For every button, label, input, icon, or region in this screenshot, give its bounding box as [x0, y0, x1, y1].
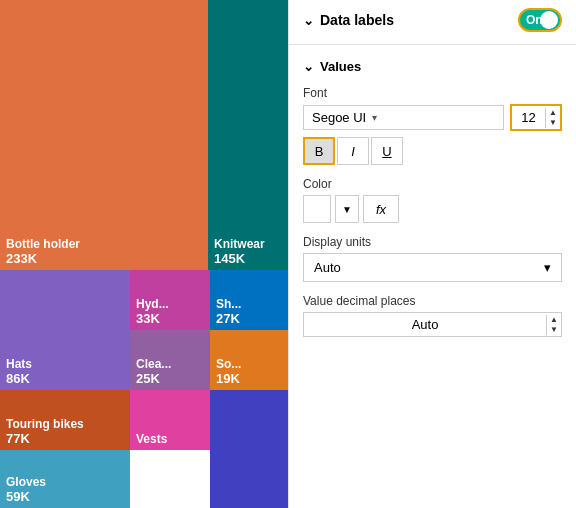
tile-value-hydration: 33K [136, 311, 204, 326]
tile-label-hydration: Hyd... [136, 297, 204, 311]
data-labels-header[interactable]: ⌄ Data labels On [289, 0, 576, 40]
color-field-group: Color ▼ fx [289, 171, 576, 229]
section-title: Data labels [320, 12, 394, 28]
tile-value-cleaning: 25K [136, 371, 204, 386]
font-dropdown-row: Segoe UI ▾ 12 ▲ ▼ [303, 104, 562, 131]
decimal-places-label: Value decimal places [303, 294, 562, 308]
tile-value-bottle-holder: 233K [6, 251, 202, 266]
tile-value-touring-bikes: 77K [6, 431, 124, 446]
header-left: ⌄ Data labels [303, 12, 394, 28]
tile-value-knitwear: 145K [214, 251, 282, 266]
color-fx-button[interactable]: fx [363, 195, 399, 223]
display-units-label: Display units [303, 235, 562, 249]
treemap-tile-touring-bikes: Touring bikes77K [0, 390, 130, 450]
tile-value-socks: 19K [216, 371, 282, 386]
settings-panel: ⌄ Data labels On ⌄ Values Font Segoe UI … [288, 0, 576, 508]
treemap-tile-gloves: Gloves59K [0, 450, 130, 508]
display-units-field-group: Display units Auto ▾ [289, 229, 576, 288]
values-chevron: ⌄ [303, 59, 314, 74]
treemap-tile-hats: Hats86K [0, 270, 130, 390]
treemap-tile-shorts: Sh...27K [210, 270, 288, 330]
treemap-tile-socks: So...19K [210, 330, 288, 390]
divider-1 [289, 44, 576, 45]
decimal-down[interactable]: ▼ [547, 325, 561, 335]
display-units-dropdown[interactable]: Auto ▾ [303, 253, 562, 282]
values-title: Values [320, 59, 361, 74]
data-labels-chevron: ⌄ [303, 13, 314, 28]
font-size-down[interactable]: ▼ [546, 118, 560, 128]
color-swatch[interactable] [303, 195, 331, 223]
decimal-places-input[interactable]: Auto ▲ ▼ [303, 312, 562, 337]
treemap-tile-bottle-holder: Bottle holder233K [0, 0, 208, 270]
toggle-knob [540, 11, 558, 29]
underline-button[interactable]: U [371, 137, 403, 165]
font-size-spinners: ▲ ▼ [545, 108, 560, 128]
color-dropdown-button[interactable]: ▼ [335, 195, 359, 223]
italic-button[interactable]: I [337, 137, 369, 165]
tile-label-hats: Hats [6, 357, 124, 371]
tile-label-socks: So... [216, 357, 282, 371]
tile-value-gloves: 59K [6, 489, 124, 504]
tile-label-gloves: Gloves [6, 475, 124, 489]
font-label: Font [303, 86, 562, 100]
tile-label-shorts: Sh... [216, 297, 282, 311]
tile-label-knitwear: Knitwear [214, 237, 282, 251]
tile-label-cleaning: Clea... [136, 357, 204, 371]
tile-label-touring-bikes: Touring bikes [6, 417, 124, 431]
font-size-up[interactable]: ▲ [546, 108, 560, 118]
color-row: ▼ fx [303, 195, 562, 223]
bold-button[interactable]: B [303, 137, 335, 165]
color-chevron-icon: ▼ [342, 204, 352, 215]
tile-label-bottle-holder: Bottle holder [6, 237, 202, 251]
color-label: Color [303, 177, 562, 191]
decimal-up[interactable]: ▲ [547, 315, 561, 325]
toggle-label: On [526, 13, 543, 27]
decimal-places-field-group: Value decimal places Auto ▲ ▼ [289, 288, 576, 343]
display-units-chevron-icon: ▾ [544, 260, 551, 275]
format-buttons: B I U [303, 137, 562, 165]
decimal-places-spinners: ▲ ▼ [546, 315, 561, 335]
decimal-places-value: Auto [304, 313, 546, 336]
font-size-value: 12 [512, 106, 545, 129]
tile-value-hats: 86K [6, 371, 124, 386]
data-labels-toggle[interactable]: On [518, 8, 562, 32]
font-value: Segoe UI [312, 110, 366, 125]
display-units-value: Auto [314, 260, 341, 275]
font-dropdown[interactable]: Segoe UI ▾ [303, 105, 504, 130]
values-subsection-header[interactable]: ⌄ Values [289, 49, 576, 80]
font-chevron-icon: ▾ [372, 112, 377, 123]
font-field-group: Font Segoe UI ▾ 12 ▲ ▼ B I U [289, 80, 576, 171]
treemap-tile-vests: Vests [130, 390, 210, 450]
treemap-tile-cleaning: Clea...25K [130, 330, 210, 390]
tile-value-shorts: 27K [216, 311, 282, 326]
treemap-panel: Bottle holder233KKnitwear145KHats86KHyd.… [0, 0, 288, 508]
font-size-input[interactable]: 12 ▲ ▼ [510, 104, 562, 131]
tile-label-vests: Vests [136, 432, 204, 446]
treemap-tile-knitwear: Knitwear145K [208, 0, 288, 270]
treemap-tile-hydration: Hyd...33K [130, 270, 210, 330]
treemap-tile-blue-small [210, 390, 288, 508]
